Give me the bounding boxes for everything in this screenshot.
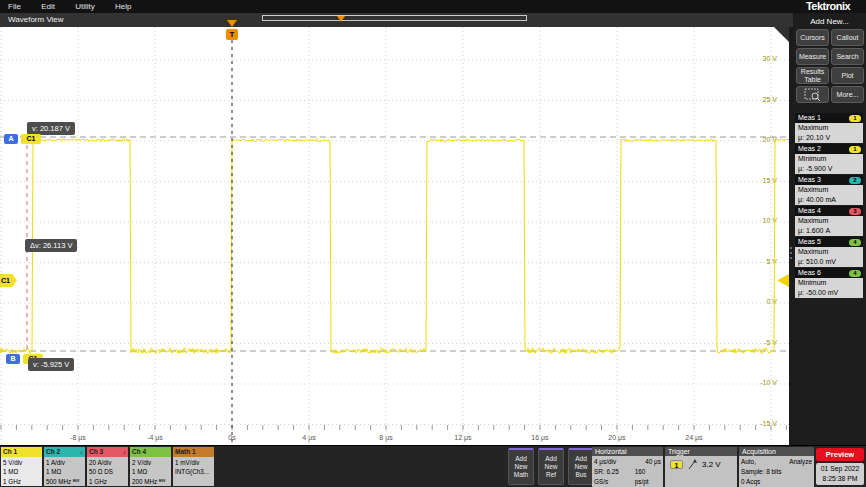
acquisition-panel[interactable]: Acquisition Auto,Analyze Sample: 8 bits … xyxy=(739,447,814,487)
results-table-button[interactable]: Results Table xyxy=(796,67,829,84)
measurement-badge-list: Meas 11 Maximumμ: 20.10 V Meas 21 Minimu… xyxy=(795,113,863,299)
cursors-button[interactable]: Cursors xyxy=(796,29,829,46)
meas-name: Meas 1 xyxy=(798,114,821,121)
waveform-canvas[interactable] xyxy=(0,27,789,445)
ch3-badge[interactable]: Ch 3↓ 20 A/div50 Ω DS1 GHz xyxy=(87,447,128,486)
clip-arrow-icon: ↓ xyxy=(80,447,83,457)
ch1-badge[interactable]: Ch 1 5 V/div1 MΩ1 GHz xyxy=(1,447,42,486)
more-button[interactable]: More... xyxy=(831,86,864,103)
meas-name: Meas 3 xyxy=(798,176,821,183)
meas-badge-6[interactable]: Meas 64 Minimumμ: -50.00 mV xyxy=(795,268,863,298)
horizontal-overview-bar[interactable] xyxy=(262,15,527,21)
ch2-badge[interactable]: Ch 2↓ 1 A/div1 MΩ500 MHz ᴮᵂ xyxy=(44,447,85,486)
tab-waveform-view[interactable]: Waveform View xyxy=(8,15,64,24)
time-label: 8:25:38 PM xyxy=(816,474,864,484)
zoom-mode-button[interactable] xyxy=(796,86,829,103)
trigger-panel[interactable]: Trigger 1 3.2 V xyxy=(665,447,737,487)
cursor-b-badge[interactable]: B xyxy=(6,354,20,364)
channel-badges: Ch 1 5 V/div1 MΩ1 GHz Ch 2↓ 1 A/div1 MΩ5… xyxy=(1,447,214,486)
plot-button[interactable]: Plot xyxy=(831,67,864,84)
tab-bar: Waveform View xyxy=(0,13,793,27)
rising-edge-icon xyxy=(687,459,698,470)
meas-badge-5[interactable]: Meas 54 Maximumμ: 510.0 mV xyxy=(795,237,863,267)
meas-source-pill: 1 xyxy=(849,115,861,122)
menu-bar: File Edit Utility Help Tektronix xyxy=(0,0,866,13)
meas-badge-2[interactable]: Meas 21 Minimumμ: -5.900 V xyxy=(795,144,863,174)
meas-value: μ: -50.00 mV xyxy=(798,288,863,298)
menu-file[interactable]: File xyxy=(8,0,21,13)
meas-type: Maximum xyxy=(798,185,863,195)
add-new-label: Add New... xyxy=(793,17,866,26)
overview-trigger-marker-icon[interactable] xyxy=(337,16,345,22)
meas-type: Maximum xyxy=(798,123,863,133)
horizontal-title: Horizontal xyxy=(592,447,663,456)
meas-source-pill: 4 xyxy=(849,239,861,246)
search-button[interactable]: Search xyxy=(831,48,864,65)
trigger-title: Trigger xyxy=(665,447,737,456)
clip-arrow-icon: ↓ xyxy=(123,447,126,457)
panel-button-grid: Cursors Callout Measure Search Results T… xyxy=(796,29,864,103)
meas-source-pill: 2 xyxy=(849,177,861,184)
meas-source-pill: 1 xyxy=(849,146,861,153)
meas-name: Meas 5 xyxy=(798,238,821,245)
cursor-b-value: v: -5.925 V xyxy=(28,358,74,371)
meas-name: Meas 6 xyxy=(798,269,821,276)
meas-value: μ: 40.00 mA xyxy=(798,195,863,205)
preview-button[interactable]: Preview xyxy=(816,448,864,461)
ch4-badge[interactable]: Ch 4 2 V/div1 MΩ200 MHz ᴮᵂ xyxy=(130,447,171,486)
acquisition-title: Acquisition xyxy=(739,447,814,456)
meas-badge-3[interactable]: Meas 32 Maximumμ: 40.00 mA xyxy=(795,175,863,205)
cursor-delta-value: Δv: 26.113 V xyxy=(25,239,77,252)
waveform-plot[interactable]: -8 μs -4 μs 0s 4 μs 8 μs 12 μs 16 μs 20 … xyxy=(0,27,789,445)
meas-type: Maximum xyxy=(798,247,863,257)
meas-source-pill: 4 xyxy=(849,270,861,277)
meas-name: Meas 2 xyxy=(798,145,821,152)
trigger-level-value: 3.2 V xyxy=(702,460,721,469)
meas-type: Minimum xyxy=(798,154,863,164)
add-new-ref-button[interactable]: Add New Ref xyxy=(538,448,564,485)
meas-value: μ: 20.10 V xyxy=(798,133,863,143)
meas-value: μ: -5.900 V xyxy=(798,164,863,174)
menu-edit[interactable]: Edit xyxy=(41,0,55,13)
graticule-grid xyxy=(0,27,789,445)
meas-badge-4[interactable]: Meas 43 Maximumμ: 1.600 A xyxy=(795,206,863,236)
tektronix-logo: Tektronix xyxy=(793,0,863,13)
add-new-bus-button[interactable]: Add New Bus xyxy=(568,448,594,485)
zoom-magnifier-icon xyxy=(804,88,822,101)
meas-name: Meas 4 xyxy=(798,207,821,214)
add-new-math-button[interactable]: Add New Math xyxy=(508,448,534,485)
meas-badge-1[interactable]: Meas 11 Maximumμ: 20.10 V xyxy=(795,113,863,143)
trigger-position-triangle-icon[interactable] xyxy=(227,20,237,27)
meas-type: Maximum xyxy=(798,216,863,226)
cursor-a-channel-badge[interactable]: C1 xyxy=(21,134,41,144)
oscilloscope-app: File Edit Utility Help Tektronix Wavefor… xyxy=(0,0,866,487)
ch1-waveform-trace xyxy=(0,139,789,354)
right-control-panel: Add New... Cursors Callout Measure Searc… xyxy=(793,14,866,445)
trigger-source-pill: 1 xyxy=(670,460,683,469)
meas-value: μ: 510.0 mV xyxy=(798,257,863,267)
meas-type: Minimum xyxy=(798,278,863,288)
math1-badge[interactable]: Math 1 1 mV/divINTG(Ch3... xyxy=(173,447,214,486)
meas-value: μ: 1.600 A xyxy=(798,226,863,236)
add-new-group: Add New Math Add New Ref Add New Bus xyxy=(508,448,594,485)
menu-help[interactable]: Help xyxy=(115,0,131,13)
measure-button[interactable]: Measure xyxy=(796,48,829,65)
bottom-settings-bar: Ch 1 5 V/div1 MΩ1 GHz Ch 2↓ 1 A/div1 MΩ5… xyxy=(0,445,866,487)
callout-button[interactable]: Callout xyxy=(831,29,864,46)
menu-utility[interactable]: Utility xyxy=(75,0,95,13)
date-label: 01 Sep 2022 xyxy=(816,464,864,474)
meas-source-pill: 3 xyxy=(849,208,861,215)
cursor-a-badge[interactable]: A xyxy=(4,134,18,144)
horizontal-panel[interactable]: Horizontal 4 μs/div40 μs SR: 6.25 GS/s16… xyxy=(592,447,663,487)
trigger-flag[interactable]: T xyxy=(226,29,238,40)
datetime-display: 01 Sep 2022 8:25:38 PM xyxy=(816,463,864,485)
